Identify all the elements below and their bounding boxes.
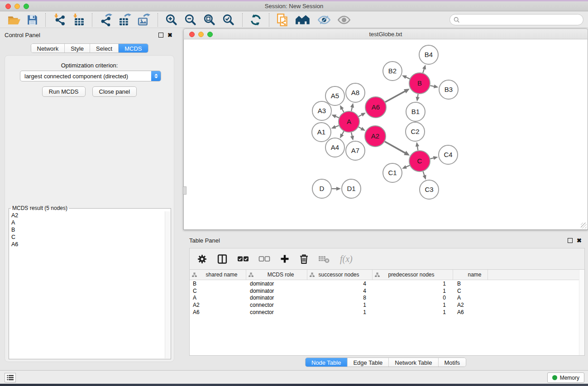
home-view-button[interactable] <box>292 13 314 27</box>
toggle-columns-button[interactable] <box>217 254 228 264</box>
select-all-button[interactable] <box>237 256 249 262</box>
tab-style[interactable]: Style <box>65 44 90 52</box>
column-header-predecessor-nodes[interactable]: predecessor nodes <box>373 270 453 280</box>
zoom-fit-button[interactable] <box>200 13 219 27</box>
result-list-item[interactable]: B <box>11 226 165 234</box>
table-cell[interactable]: 4 <box>307 281 373 287</box>
graph-node-C[interactable]: C <box>409 151 430 172</box>
network-from-file-button[interactable] <box>273 12 292 28</box>
optimization-criterion-select[interactable]: largest connected component (directed) <box>20 71 161 81</box>
table-row[interactable]: Adominator80A <box>190 295 584 302</box>
result-scrollbar[interactable] <box>165 211 170 358</box>
table-cell[interactable]: B <box>190 281 246 287</box>
graph-node-A2[interactable]: A2 <box>365 126 386 147</box>
table-cell[interactable]: 8 <box>307 295 373 301</box>
graph-node-C1[interactable]: C1 <box>383 163 402 182</box>
search-input[interactable] <box>462 16 583 23</box>
result-list-item[interactable]: C <box>11 234 165 241</box>
graph-node-A7[interactable]: A7 <box>346 141 365 160</box>
table-cell[interactable]: 1 <box>373 309 453 315</box>
result-list-item[interactable]: A <box>11 219 165 226</box>
graph-node-B4[interactable]: B4 <box>419 45 438 64</box>
delete-table-button[interactable] <box>318 254 330 263</box>
mcds-result-list[interactable]: A2ABCA6 <box>10 211 165 358</box>
table-row[interactable]: A2connector11A2 <box>190 301 584 309</box>
table-cell[interactable]: 4 <box>307 288 373 294</box>
table-row[interactable]: A6connector11A6 <box>190 309 584 316</box>
table-cell[interactable]: A <box>453 295 488 301</box>
zoom-in-button[interactable] <box>162 13 181 27</box>
tab-node-table[interactable]: Node Table <box>306 358 348 367</box>
graph-edge-A6-B[interactable] <box>385 91 406 102</box>
import-table-button[interactable] <box>69 13 88 27</box>
table-cell[interactable]: dominator <box>246 281 307 287</box>
table-cell[interactable]: C <box>190 288 246 294</box>
graph-node-C2[interactable]: C2 <box>406 122 425 141</box>
tab-select[interactable]: Select <box>90 44 119 52</box>
table-cell[interactable]: connector <box>246 302 307 308</box>
zoom-out-button[interactable] <box>181 13 200 27</box>
table-cell[interactable]: A6 <box>190 309 246 315</box>
add-column-button[interactable] <box>280 254 290 264</box>
graph-node-A6[interactable]: A6 <box>365 97 386 118</box>
column-header-successor-nodes[interactable]: successor nodes <box>307 270 373 280</box>
table-row[interactable]: Bdominator41B <box>190 280 584 287</box>
table-cell[interactable]: B <box>453 281 488 287</box>
table-cell[interactable]: 1 <box>373 288 453 294</box>
close-panel-icon[interactable]: ✖ <box>167 33 172 38</box>
open-session-button[interactable] <box>5 13 24 27</box>
graph-node-A4[interactable]: A4 <box>325 138 344 157</box>
table-cell[interactable]: 1 <box>373 281 453 287</box>
tab-network-table[interactable]: Network Table <box>389 358 438 367</box>
import-network-button[interactable] <box>50 13 69 27</box>
graph-node-A3[interactable]: A3 <box>312 101 331 120</box>
task-history-button[interactable] <box>5 373 16 382</box>
tab-network[interactable]: Network <box>31 44 65 52</box>
search-field[interactable] <box>449 14 583 25</box>
graph-node-B[interactable]: B <box>409 73 430 94</box>
result-list-item[interactable]: A2 <box>11 212 165 219</box>
column-header-mcds-role[interactable]: MCDS role <box>246 270 307 280</box>
graph-edge-A2-C[interactable] <box>385 142 406 153</box>
float-panel-icon[interactable] <box>158 33 163 38</box>
tab-edge-table[interactable]: Edge Table <box>347 358 389 367</box>
close-panel-button[interactable]: Close panel <box>92 86 137 97</box>
close-table-panel-icon[interactable]: ✖ <box>577 238 582 243</box>
float-table-panel-icon[interactable] <box>568 238 573 243</box>
graph-node-D1[interactable]: D1 <box>342 179 361 198</box>
table-cell[interactable]: C <box>453 288 488 294</box>
tab-mcds[interactable]: MCDS <box>119 44 148 52</box>
memory-button[interactable]: Memory <box>547 372 584 383</box>
network-window-titlebar[interactable]: testGlobe.txt <box>183 29 588 39</box>
table-cell[interactable]: 1 <box>307 302 373 308</box>
delete-column-button[interactable] <box>299 254 309 264</box>
table-cell[interactable]: dominator <box>246 288 307 294</box>
tab-motifs[interactable]: Motifs <box>438 358 466 367</box>
graph-node-B2[interactable]: B2 <box>383 62 402 81</box>
table-row[interactable]: Cdominator41C <box>190 287 584 295</box>
export-network-button[interactable] <box>96 13 115 27</box>
graph-node-C3[interactable]: C3 <box>420 180 439 199</box>
graph-node-D[interactable]: D <box>312 179 331 198</box>
table-cell[interactable]: A6 <box>453 309 488 315</box>
deselect-all-button[interactable] <box>258 256 270 262</box>
export-image-button[interactable] <box>134 13 153 27</box>
table-cell[interactable]: dominator <box>246 295 307 301</box>
graph-node-A8[interactable]: A8 <box>346 83 365 102</box>
show-panels-button[interactable] <box>334 13 354 27</box>
graph-node-A1[interactable]: A1 <box>312 123 331 142</box>
table-cell[interactable]: A2 <box>190 302 246 308</box>
resize-grip-icon[interactable] <box>581 223 587 229</box>
table-cell[interactable]: 1 <box>307 309 373 315</box>
graph-node-B1[interactable]: B1 <box>406 102 425 121</box>
table-settings-button[interactable] <box>197 254 207 264</box>
hide-panels-button[interactable] <box>314 13 334 27</box>
graph-node-A5[interactable]: A5 <box>325 86 344 105</box>
refresh-view-button[interactable] <box>247 13 265 27</box>
table-cell[interactable]: A2 <box>453 302 488 308</box>
network-canvas[interactable]: B4B2BB3A5A8A6B1A3AA1C2A2A4A7C4CC1C3DD1 <box>183 39 588 230</box>
run-mcds-button[interactable]: Run MCDS <box>42 86 86 97</box>
result-list-item[interactable]: A6 <box>11 241 165 248</box>
zoom-selected-button[interactable] <box>219 13 238 27</box>
table-cell[interactable]: A <box>190 295 246 301</box>
